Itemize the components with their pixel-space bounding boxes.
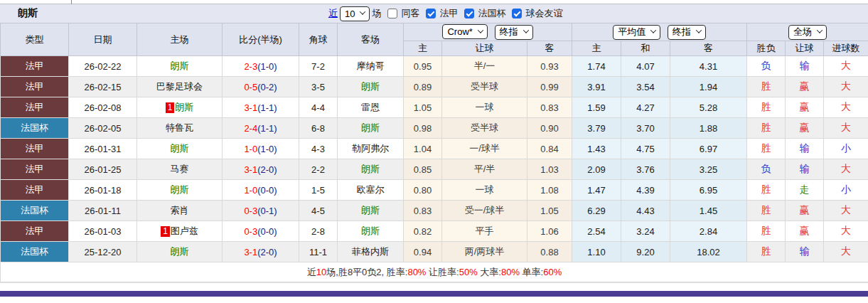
crow-home-odds: 0.82 [404, 221, 442, 242]
crow-home-odds: 0.89 [404, 77, 442, 97]
home-team[interactable]: 朗斯 [137, 56, 223, 77]
home-team[interactable]: 朗斯 [137, 180, 223, 201]
match-score[interactable]: 3-1(2-0) [223, 159, 299, 180]
match-date: 26-01-25 [69, 159, 137, 180]
away-team[interactable]: 菲格内斯 [338, 242, 404, 262]
avg-home-odds: 1.43 [572, 139, 621, 159]
result-goals: 大 [824, 221, 868, 242]
avg-home-odds: 2.09 [572, 159, 621, 180]
away-team[interactable]: 朗斯 [338, 77, 404, 97]
summary-value: 50% [459, 267, 478, 277]
summary-value: 80% [407, 267, 426, 277]
avg-away-odds: 18.02 [670, 242, 747, 262]
team-name: 朗斯 [171, 60, 189, 71]
crow-home-odds: 0.95 [404, 56, 442, 77]
home-team[interactable]: 1图卢兹 [137, 221, 223, 242]
match-row: 法甲 26-02-15 巴黎足球会 0-5(0-2) 3-5 朗斯 0.89 受… [1, 77, 868, 97]
match-score[interactable]: 1-0(0-0) [223, 180, 299, 201]
result-handicap: 走 [786, 180, 824, 201]
col-header-corners: 角球 [299, 23, 338, 56]
col-header-date: 日期 [69, 23, 137, 56]
team-name: 朗斯 [361, 81, 380, 92]
avg-final-select[interactable]: 终指 [668, 25, 706, 40]
col-result-handicap: 让球 [786, 41, 824, 56]
team-name: 朗斯 [361, 122, 380, 133]
away-team[interactable]: 雷恩 [338, 97, 404, 118]
result-win-loss: 胜 [747, 77, 786, 97]
match-score[interactable]: 2-3(1-0) [223, 56, 299, 77]
home-team[interactable]: 索肖 [137, 201, 223, 221]
match-score[interactable]: 3-1(2-0) [223, 242, 299, 262]
match-date: 26-01-03 [69, 221, 137, 242]
result-win-loss: 负 [747, 159, 786, 180]
away-team[interactable]: 朗斯 [338, 159, 404, 180]
team-name: 图卢兹 [171, 225, 198, 236]
team-name: 勒阿弗尔 [352, 143, 389, 154]
home-team[interactable]: 1朗斯 [137, 97, 223, 118]
odds-source-select[interactable]: Crow* [442, 24, 487, 39]
crow-away-odds: 0.99 [527, 77, 572, 97]
crow-away-odds: 0.83 [527, 97, 572, 118]
away-team[interactable]: 欧塞尔 [338, 180, 404, 201]
col-result-goals: 进球数 [824, 41, 868, 56]
crow-away-odds: 1.05 [527, 201, 572, 221]
coupe-checkbox[interactable] [464, 9, 474, 18]
col-header-home: 主场 [137, 23, 223, 56]
home-team[interactable]: 马赛 [137, 159, 223, 180]
team-name: 特鲁瓦 [166, 122, 193, 133]
competition-badge: 法国杯 [1, 201, 69, 221]
match-date: 26-02-15 [69, 77, 137, 97]
crow-handicap: 平手 [442, 221, 527, 242]
away-team[interactable]: 摩纳哥 [338, 56, 404, 77]
match-score[interactable]: 2-4(1-1) [223, 118, 299, 139]
crow-home-odds: 0.85 [404, 159, 442, 180]
avg-draw-odds: 3.54 [621, 77, 670, 97]
home-team[interactable]: 朗斯 [137, 139, 223, 159]
recent-link[interactable]: 近 [328, 7, 338, 20]
team-name: 雷恩 [361, 102, 380, 112]
match-score[interactable]: 0-3(0-1) [223, 201, 299, 221]
home-team[interactable]: 特鲁瓦 [137, 118, 223, 139]
avg-home-odds: 1.59 [572, 97, 621, 118]
team-name: 朗斯 [171, 184, 189, 195]
match-date: 25-12-20 [69, 242, 137, 262]
odds-source-final-select[interactable]: 终指 [495, 25, 533, 40]
chevron-down-icon [696, 27, 702, 33]
team-name: 朗斯 [361, 205, 380, 216]
scope-select[interactable]: 全场 [788, 25, 827, 40]
team-name: 摩纳哥 [357, 60, 385, 71]
coupe-label: 法国杯 [478, 7, 505, 20]
match-date: 26-01-31 [69, 139, 137, 159]
summary-part: 场,胜8平0负2, 胜率: [326, 267, 407, 277]
match-row: 法甲 26-02-22 朗斯 2-3(1-0) 7-2 摩纳哥 0.95 半/一… [1, 56, 868, 77]
corners: 4-5 [299, 201, 338, 221]
match-row: 法甲 26-01-31 朗斯 1-0(1-0) 4-3 勒阿弗尔 1.04 一/… [1, 139, 868, 159]
friendly-checkbox[interactable] [512, 9, 522, 18]
col-crow-handicap: 让球 [442, 41, 527, 56]
crow-handicap: 一球 [442, 97, 527, 118]
crow-home-odds: 1.04 [404, 139, 442, 159]
away-team[interactable]: 朗斯 [338, 221, 404, 242]
same-away-checkbox[interactable] [387, 9, 397, 18]
match-score[interactable]: 3-1(1-1) [223, 97, 299, 118]
match-row: 法甲 26-02-08 1朗斯 3-1(1-1) 4-4 雷恩 1.05 一球 … [1, 97, 868, 118]
recent-count-select[interactable]: 10 [340, 6, 370, 21]
team-name: 菲格内斯 [352, 246, 389, 257]
ligue1-checkbox[interactable] [426, 9, 436, 18]
avg-odds-select[interactable]: 平均值 [613, 25, 660, 40]
rank-badge: 1 [166, 102, 175, 113]
away-team[interactable]: 朗斯 [338, 118, 404, 139]
match-date: 26-01-18 [69, 180, 137, 201]
avg-home-odds: 2.54 [572, 221, 621, 242]
team-name: 欧塞尔 [357, 184, 385, 195]
home-team[interactable]: 朗斯 [137, 242, 223, 262]
away-team[interactable]: 勒阿弗尔 [338, 139, 404, 159]
match-score[interactable]: 0-3(0-0) [223, 221, 299, 242]
home-team[interactable]: 巴黎足球会 [137, 77, 223, 97]
avg-odds-header: 平均值 终指 [572, 23, 747, 41]
avg-away-odds: 2.84 [670, 221, 747, 242]
corners: 2-8 [299, 221, 338, 242]
match-score[interactable]: 1-0(1-0) [223, 139, 299, 159]
match-score[interactable]: 0-5(0-2) [223, 77, 299, 97]
away-team[interactable]: 朗斯 [338, 201, 404, 221]
